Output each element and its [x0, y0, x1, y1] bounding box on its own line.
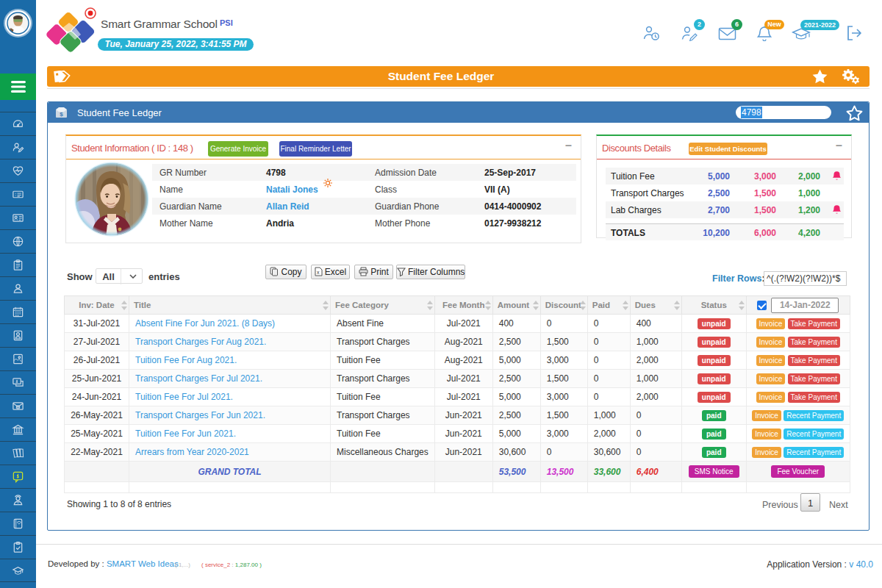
svg-text:$: $ [60, 111, 63, 118]
svg-text:x: x [317, 270, 320, 275]
